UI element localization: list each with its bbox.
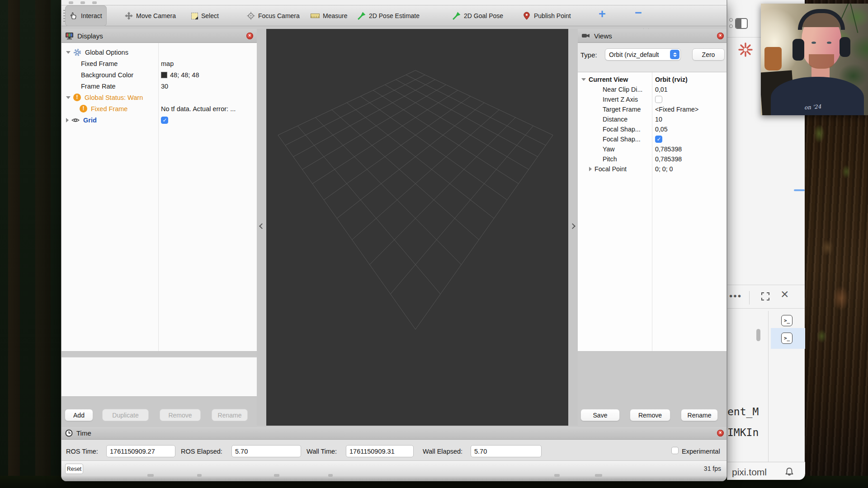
gear-icon [73, 48, 81, 56]
toolbar-button-move-camera[interactable]: Move Camera [120, 5, 180, 26]
close-panel-button[interactable]: × [246, 33, 253, 39]
color-swatch[interactable] [161, 72, 167, 78]
view-prop-label: Distance [603, 116, 627, 123]
time-field-input[interactable]: 1761150909.31 [346, 445, 414, 457]
toolbar-button-select[interactable]: Select [187, 5, 223, 26]
rename-button[interactable]: Rename [681, 409, 718, 421]
toolbar-button-label: Focus Camera [258, 12, 300, 19]
tree-row-value-text: 30 [161, 83, 168, 90]
collapse-right-arrow-icon[interactable] [570, 223, 576, 229]
ruler-icon [311, 14, 320, 18]
view-prop-target-frame[interactable]: Target Frame<Fixed Frame> [578, 104, 727, 114]
tree-row-fixed-frame[interactable]: !Fixed FrameNo tf data. Actual error: ..… [61, 103, 257, 114]
close-panel-button[interactable]: × [717, 33, 724, 39]
scrollbar-thumb[interactable] [756, 329, 760, 341]
view-prop-current-view[interactable]: Current ViewOrbit (rviz) [578, 75, 727, 84]
view-type-row: Type: Orbit (rviz_default Zero [578, 43, 727, 72]
tree-row-label-cell: !Global Status: Warn [61, 94, 158, 101]
time-field-label: Wall Elapsed: [423, 448, 462, 455]
view-prop-invert-z-axis[interactable]: Invert Z Axis [578, 94, 727, 104]
toolbar-button-publish-point[interactable]: Publish Point [518, 5, 576, 26]
collapse-left-arrow-icon[interactable] [259, 223, 265, 229]
time-field-input[interactable]: 5.70 [231, 445, 301, 457]
checkbox-unchecked[interactable] [655, 96, 662, 103]
view-prop-focal-point[interactable]: Focal Point0; 0; 0 [578, 164, 727, 174]
experimental-checkbox[interactable] [671, 447, 679, 454]
time-field-input[interactable]: 1761150909.27 [106, 445, 175, 457]
save-button[interactable]: Save [580, 409, 620, 421]
bell-icon[interactable] [784, 467, 794, 477]
tree-row-global-status-warn[interactable]: !Global Status: Warn [61, 92, 257, 103]
chevron-right-icon[interactable] [66, 118, 69, 122]
expand-icon[interactable] [761, 292, 770, 301]
view-prop-focal-shap-[interactable]: Focal Shap...0,05 [578, 124, 727, 134]
chevron-down-icon[interactable] [66, 51, 71, 54]
view-prop-near-clip-di-[interactable]: Near Clip Di...0,01 [578, 84, 727, 94]
terminal-icon[interactable]: >_ [781, 315, 793, 326]
tree-row-value-text: map [161, 60, 174, 67]
toolbar-button-label: Interact [81, 12, 102, 19]
view-type-select[interactable]: Orbit (rviz_default [605, 48, 681, 61]
move-arrows-icon [125, 12, 133, 20]
add-button[interactable]: Add [65, 409, 93, 421]
remove-button[interactable]: Remove [630, 409, 670, 421]
chevron-down-icon[interactable] [581, 78, 586, 81]
toolbar-button-2d-pose-estimate[interactable]: 2D Pose Estimate [353, 5, 424, 26]
tree-row-background-color[interactable]: Background Color48; 48; 48 [61, 69, 257, 80]
view-prop-pitch[interactable]: Pitch0,785398 [578, 154, 727, 164]
tree-row-label: Fixed Frame [91, 105, 127, 113]
toolbar-button-focus-camera[interactable]: Focus Camera [242, 5, 304, 26]
chevron-down-icon[interactable] [66, 96, 71, 99]
terminal-icon[interactable]: >_ [781, 333, 793, 344]
add-tool-button[interactable]: + [599, 7, 606, 21]
panel-splitter-left[interactable] [257, 29, 266, 426]
close-icon[interactable]: × [781, 286, 789, 302]
tree-row-grid[interactable]: Grid [61, 114, 257, 126]
remove-tool-button[interactable]: − [635, 6, 642, 20]
shirt-text: on '24 [804, 103, 821, 111]
close-panel-button[interactable]: × [717, 430, 724, 436]
toolbar-button-measure[interactable]: Measure [306, 5, 352, 26]
view-prop-label: Yaw [603, 145, 615, 153]
view-prop-distance[interactable]: Distance10 [578, 114, 727, 124]
crosshair-icon [247, 12, 255, 20]
person-beard [809, 54, 834, 69]
view-prop-yaw[interactable]: Yaw0,785398 [578, 144, 727, 154]
occluded-text: ent_M [727, 406, 759, 418]
tree-row-value: map [158, 60, 174, 67]
view-prop-focal-shap-[interactable]: Focal Shap... [578, 134, 727, 144]
tree-row-frame-rate[interactable]: Frame Rate30 [61, 80, 257, 92]
checkbox-checked[interactable] [655, 136, 662, 143]
more-options-icon[interactable]: ••• [729, 291, 742, 301]
tree-row-value-text: No tf data. Actual error: ... [161, 105, 236, 113]
time-field-input[interactable]: 5.70 [471, 445, 542, 457]
toolbar-button-interact[interactable]: Interact [65, 5, 107, 26]
type-label: Type: [580, 51, 597, 59]
tree-row-value: 30 [158, 83, 168, 90]
zero-button[interactable]: Zero [692, 48, 725, 61]
view-prop-value-text: 0; 0; 0 [655, 165, 673, 173]
view-prop-value-text: 0,785398 [655, 145, 682, 153]
chevron-right-icon[interactable] [589, 167, 592, 171]
tree-row-fixed-frame[interactable]: Fixed Framemap [61, 58, 257, 69]
toolbar-button-2d-goal-pose[interactable]: 2D Goal Pose [448, 5, 508, 26]
view-prop-value-text: 0,01 [655, 86, 668, 93]
tree-row-label: Grid [83, 117, 97, 124]
experimental-label: Experimental [682, 448, 720, 455]
reset-button[interactable]: Reset [65, 464, 83, 474]
checkbox-checked[interactable] [161, 117, 168, 124]
3d-viewport[interactable] [266, 29, 568, 426]
duplicate-button: Duplicate [102, 409, 149, 421]
starburst-icon [737, 42, 754, 58]
sidebar-toggle-icon[interactable] [735, 18, 748, 29]
fps-counter: 31 fps [704, 465, 721, 472]
displays-panel-header: Displays × [61, 29, 257, 43]
view-prop-label-cell: Focal Point [578, 165, 652, 173]
view-prop-value-text: <Fixed Frame> [655, 106, 698, 113]
toolbar-button-label: Publish Point [534, 12, 571, 19]
tree-row-global-options[interactable]: Global Options [61, 47, 257, 58]
view-prop-label-cell: Yaw [578, 145, 652, 153]
panel-splitter-right[interactable] [568, 29, 578, 426]
view-prop-value: 0,785398 [652, 155, 682, 163]
view-prop-label: Current View [589, 76, 628, 83]
